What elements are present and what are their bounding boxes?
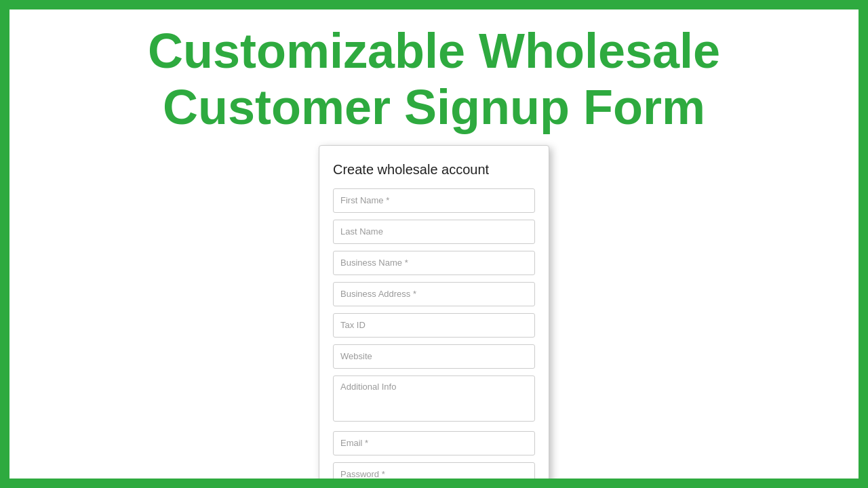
business-address-input[interactable] <box>333 282 535 306</box>
form-card-title: Create wholesale account <box>333 162 535 178</box>
first-name-input[interactable] <box>333 188 535 213</box>
password-input[interactable] <box>333 462 535 487</box>
tax-id-input[interactable] <box>333 313 535 338</box>
page-title: Customizable Wholesale Customer Signup F… <box>107 9 761 142</box>
last-name-input[interactable] <box>333 220 535 244</box>
additional-info-input[interactable] <box>333 375 535 422</box>
website-input[interactable] <box>333 344 535 369</box>
page-wrapper: Customizable Wholesale Customer Signup F… <box>9 9 859 479</box>
form-card: Create wholesale account Submit <box>319 145 549 488</box>
business-name-input[interactable] <box>333 251 535 275</box>
email-input[interactable] <box>333 431 535 455</box>
